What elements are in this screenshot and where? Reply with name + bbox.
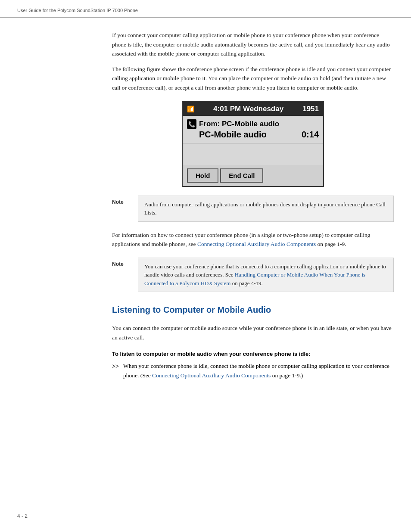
phone-from-line: From: PC-Mobile audio: [187, 119, 319, 129]
note-2-container: Note You can use your conference phone t…: [112, 258, 394, 292]
phone-timer: 0:14: [302, 130, 319, 140]
note-1-container: Note Audio from computer calling applica…: [112, 196, 394, 222]
procedure-item: >> When your conference phone is idle, c…: [112, 361, 394, 380]
link-para-pageref: 1-9: [337, 241, 345, 247]
phone-screen-empty: [183, 143, 323, 165]
link-paragraph: For information on how to connect your c…: [112, 230, 394, 249]
phone-screen-mockup: 📶 4:01 PM Wednesday 1951 From: PC-Mobile…: [182, 101, 324, 187]
link-para-middle: on page: [316, 241, 337, 247]
link-para-after: .: [345, 241, 346, 247]
phone-screen-header: 📶 4:01 PM Wednesday 1951: [183, 102, 323, 116]
signal-icon: 📶: [187, 106, 194, 112]
note-2-label: Note: [112, 258, 129, 267]
page-number: 4 - 2: [17, 513, 28, 519]
phone-audio-label: PC-Mobile audio: [199, 130, 267, 140]
phone-time: 4:01 PM Wednesday: [213, 105, 283, 113]
procedure-heading: To listen to computer or mobile audio wh…: [112, 351, 394, 357]
phone-year: 1951: [302, 105, 319, 113]
aux-audio-link-1[interactable]: Connecting Optional Auxiliary Audio Comp…: [197, 241, 316, 247]
phone-audio-line: PC-Mobile audio 0:14: [187, 130, 319, 140]
aux-audio-link-2[interactable]: Connecting Optional Auxiliary Audio Comp…: [152, 372, 271, 379]
note-1-text: Audio from computer calling applications…: [144, 201, 386, 216]
phone-from-text: From: PC-Mobile audio: [199, 120, 279, 128]
hold-button[interactable]: Hold: [187, 168, 218, 183]
intro-paragraph-1: If you connect your computer calling app…: [112, 31, 394, 59]
call-icon: [187, 119, 196, 129]
header-title: User Guide for the Polycom SoundStation …: [17, 8, 138, 13]
section-heading: Listening to Computer or Mobile Audio: [112, 305, 394, 317]
note-1-box: Audio from computer calling applications…: [138, 196, 394, 222]
procedure-text: When your conference phone is idle, conn…: [123, 361, 394, 380]
phone-buttons: Hold End Call: [183, 165, 323, 186]
note-2-box: You can use your conference phone that i…: [138, 258, 394, 292]
phone-screen-body: From: PC-Mobile audio PC-Mobile audio 0:…: [183, 116, 323, 143]
procedure-text-after: on page 1-9.): [271, 372, 303, 379]
procedure-arrow: >>: [112, 362, 119, 380]
note-1-label: Note: [112, 196, 129, 205]
intro-paragraph-2: The following figure shows the conferenc…: [112, 65, 394, 93]
section-intro: You can connect the computer or mobile a…: [112, 324, 394, 342]
note-2-text-after: on page 4-19.: [230, 280, 262, 286]
end-call-button[interactable]: End Call: [220, 168, 263, 183]
page-header: User Guide for the Polycom SoundStation …: [0, 0, 411, 18]
